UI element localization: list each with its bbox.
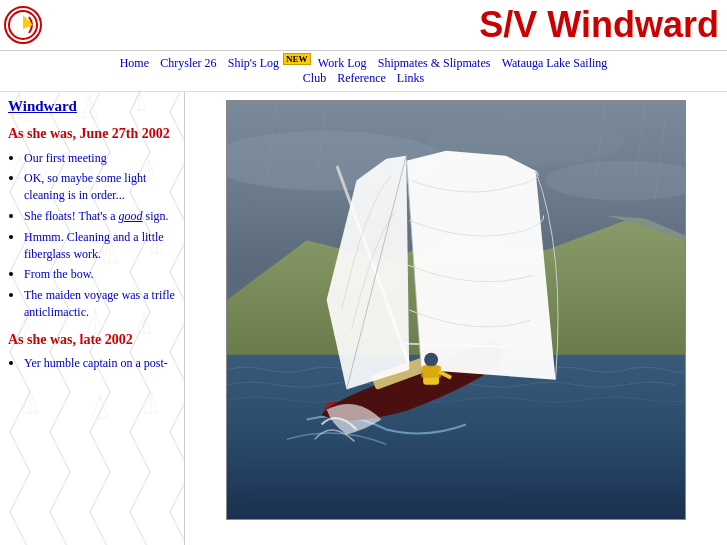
nav-home[interactable]: Home [120,56,149,70]
main-content: Windward As she was, June 27th 2002 Our … [0,92,727,545]
logo-area [4,6,84,44]
svg-marker-44 [406,151,555,380]
svg-marker-32 [144,393,158,413]
nav-row-1: Home Chrysler 26 Ship's LogNEW Work Log … [116,55,612,70]
svg-marker-28 [23,390,38,413]
new-badge: NEW [283,53,311,65]
header: S/V Windward [0,0,727,51]
list-item: From the bow. [24,266,176,283]
italic-good: good [119,209,143,223]
logo-svg [7,9,39,41]
list-item: Yer humble captain on a post- [24,355,176,372]
svg-rect-48 [421,366,441,378]
sidebar: Windward As she was, June 27th 2002 Our … [0,92,185,545]
nav-ships-log[interactable]: Ship's Log [228,56,279,70]
nav-work-log[interactable]: Work Log [318,56,367,70]
sidebar-link-5[interactable]: From the bow. [24,267,94,281]
sidebar-link-6[interactable]: The maiden voyage was a trifle anticlima… [24,288,175,319]
nav-chrysler[interactable]: Chrysler 26 [160,56,216,70]
svg-point-47 [424,353,438,367]
svg-marker-30 [93,395,108,418]
site-title: S/V Windward [84,4,719,46]
sidebar-title-link[interactable]: Windward [8,98,176,115]
nav-reference[interactable]: Reference [337,71,386,85]
list-item: Hmmm. Cleaning and a little fiberglass w… [24,229,176,263]
list-item: The maiden voyage was a trifle anticlima… [24,287,176,321]
list-item: She floats! That's a good sign. [24,208,176,225]
nav-bar: Home Chrysler 26 Ship's LogNEW Work Log … [0,51,727,92]
sidebar-section-heading-1: As she was, June 27th 2002 [8,125,176,143]
content-area [185,92,727,545]
list-item: OK, so maybe some light cleaning is in o… [24,170,176,204]
logo-circle [4,6,42,44]
sidebar-link-2[interactable]: OK, so maybe some light cleaning is in o… [24,171,146,202]
nav-row-2: Club Reference Links [4,71,723,88]
nav-shipmates[interactable]: Shipmates & Slipmates [378,56,491,70]
boat-scene-svg [227,101,685,519]
sidebar-link-3[interactable]: She floats! That's a good sign. [24,209,169,223]
nav-club[interactable]: Club [303,71,326,85]
nav-watauga[interactable]: Watauga Lake Sailing [502,56,608,70]
sidebar-link-1[interactable]: Our first meeting [24,151,107,165]
sidebar-link-4[interactable]: Hmmm. Cleaning and a little fiberglass w… [24,230,164,261]
sidebar-list-1: Our first meeting OK, so maybe some ligh… [8,150,176,321]
main-image [226,100,686,520]
sidebar-section-heading-2: As she was, late 2002 [8,331,176,349]
sidebar-list-2: Yer humble captain on a post- [8,355,176,372]
sidebar-link-7[interactable]: Yer humble captain on a post- [24,356,168,370]
list-item: Our first meeting [24,150,176,167]
nav-links[interactable]: Links [397,71,424,85]
